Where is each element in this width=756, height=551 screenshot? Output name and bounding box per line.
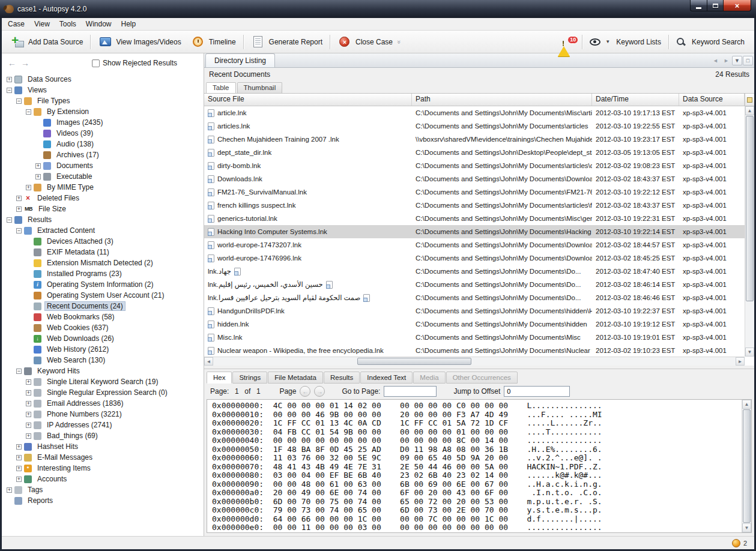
tree-item-operating-system-information-2[interactable]: Operating System Information (2)	[2, 279, 204, 290]
tree-item-tags[interactable]: +Tags	[2, 484, 204, 495]
tree-minus-expander-icon[interactable]: −	[7, 217, 12, 223]
table-row[interactable]: Hacking Into Computer Systems.lnkC:\Docu…	[204, 225, 745, 238]
tree-item-web-search-130[interactable]: Web Search (130)	[2, 355, 204, 366]
scroll-left-button[interactable]: ◄	[204, 357, 213, 366]
tree-plus-expander-icon[interactable]: +	[35, 163, 41, 169]
tree-item-web-downloads-26[interactable]: Web Downloads (26)	[2, 333, 204, 344]
minimize-panel-button[interactable]: ▼	[732, 56, 742, 65]
table-row[interactable]: world-europe-17473207.lnkC:\Documents an…	[204, 238, 745, 251]
tree-item-devices-attached-3[interactable]: Devices Attached (3)	[2, 236, 204, 247]
menu-case[interactable]: Case	[3, 19, 29, 29]
scroll-up-button[interactable]: ▲	[742, 400, 751, 409]
viewer-tab-strings[interactable]: Strings	[232, 372, 267, 384]
tree-minus-expander-icon[interactable]: −	[16, 228, 22, 233]
tree-item-executable[interactable]: +Executable	[2, 171, 204, 182]
table-row[interactable]: حسين الأسدي، الخميس، رئيس إقليم.lnkC:\Do…	[204, 278, 745, 291]
table-row[interactable]: world-europe-17476996.lnkC:\Documents an…	[204, 251, 745, 265]
view-tab-thumbnail[interactable]: Thumbnail	[237, 82, 283, 93]
table-row[interactable]: Chechen Mujahideen Training 2007 .lnk\\v…	[204, 133, 745, 146]
tree-item-hashset-hits[interactable]: +Hashset Hits	[2, 441, 204, 452]
tree-item-operating-system-user-account-21[interactable]: Operating System User Account (21)	[2, 290, 204, 301]
table-row[interactable]: dirty-bomb.lnkC:\Documents and Settings\…	[204, 159, 745, 172]
jump-to-offset-input[interactable]	[504, 386, 570, 397]
tree-plus-expander-icon[interactable]: +	[26, 423, 31, 428]
tree-back-button[interactable]: ←	[5, 57, 19, 69]
table-horizontal-scrollbar[interactable]: ◄ ►	[204, 357, 745, 366]
tab-directory-listing[interactable]: Directory Listing	[205, 53, 275, 67]
tree-plus-expander-icon[interactable]: +	[16, 455, 22, 460]
tree-item-single-literal-keyword-search-19[interactable]: +Single Literal Keyword Search (19)	[2, 376, 204, 387]
tree-item-file-size[interactable]: +File Size	[2, 203, 204, 214]
tree-item-audio-138[interactable]: Audio (138)	[2, 139, 204, 149]
tree-plus-expander-icon[interactable]: +	[16, 466, 22, 471]
menu-tools[interactable]: Tools	[55, 19, 81, 29]
tree-item-archives-17[interactable]: Archives (17)	[2, 149, 204, 160]
tree-minus-expander-icon[interactable]: −	[7, 88, 12, 93]
go-to-page-input[interactable]	[384, 386, 437, 397]
table-row[interactable]: article.lnkC:\Documents and Settings\Joh…	[204, 106, 745, 119]
tree-item-e-mail-messages[interactable]: +E-Mail Messages	[2, 452, 204, 463]
tree-plus-expander-icon[interactable]: +	[26, 390, 31, 396]
page-back-button[interactable]: ←	[300, 386, 310, 397]
scroll-down-button[interactable]: ▼	[742, 523, 751, 532]
ingest-progress-icon[interactable]	[732, 539, 740, 547]
close-button[interactable]: ×	[724, 0, 751, 11]
vertical-scroll-thumb[interactable]	[743, 409, 751, 523]
viewer-tab-file-metadata[interactable]: File Metadata	[268, 372, 323, 384]
tree-item-results[interactable]: −Results	[2, 214, 204, 225]
keyword-lists-button[interactable]: ▼ Keyword Lists	[585, 35, 666, 49]
tree-item-web-cookies-637[interactable]: Web Cookies (637)	[2, 322, 204, 333]
column-header-path[interactable]: Path	[412, 94, 592, 106]
viewer-tab-results[interactable]: Results	[324, 372, 360, 384]
tree-minus-expander-icon[interactable]: −	[16, 98, 22, 104]
hex-vertical-scrollbar[interactable]: ▲ ▼	[742, 400, 751, 532]
tree-item-deleted-files[interactable]: +Deleted Files	[2, 193, 204, 203]
view-tab-table[interactable]: Table	[206, 82, 236, 93]
tree-item-by-extension[interactable]: −By Extension	[2, 106, 204, 117]
table-row[interactable]: Misc.lnkC:\Documents and Settings\John\M…	[204, 331, 745, 344]
tree-item-images-2435[interactable]: Images (2435)	[2, 117, 204, 128]
table-row[interactable]: french killings suspect.lnkC:\Documents …	[204, 199, 745, 212]
close-case-button[interactable]: × Close Case »	[333, 32, 406, 52]
tree-item-recent-documents-24[interactable]: Recent Documents (24)	[2, 301, 204, 312]
tree-item-email-addresses-1836[interactable]: +Email Addresses (1836)	[2, 398, 204, 409]
tree-item-bad-things-69[interactable]: +Bad_things (69)	[2, 430, 204, 441]
show-rejected-results-option[interactable]: Show Rejected Results	[92, 59, 177, 67]
tree-plus-expander-icon[interactable]: +	[16, 196, 22, 201]
table-row[interactable]: Downloads.lnkC:\Documents and Settings\J…	[204, 172, 745, 185]
table-row[interactable]: جهاد.lnkC:\Documents and Settings\John\M…	[204, 265, 745, 278]
tree-minus-expander-icon[interactable]: −	[26, 109, 31, 115]
page-forward-button[interactable]: →	[314, 386, 325, 397]
menu-help[interactable]: Help	[116, 19, 141, 29]
tree-item-by-mime-type[interactable]: +By MIME Type	[2, 182, 204, 193]
tree-plus-expander-icon[interactable]: +	[26, 412, 31, 417]
viewer-tab-indexed-text[interactable]: Indexed Text	[360, 372, 413, 384]
tree-item-phone-numbers-3221[interactable]: +Phone Numbers (3221)	[2, 409, 204, 420]
tree-plus-expander-icon[interactable]: +	[26, 433, 31, 439]
tree-plus-expander-icon[interactable]: +	[26, 379, 31, 385]
table-row[interactable]: hidden.lnkC:\Documents and Settings\John…	[204, 318, 745, 331]
column-header-source-file[interactable]: Source File	[204, 94, 412, 106]
tree-forward-button[interactable]: →	[19, 57, 32, 69]
menu-view[interactable]: View	[29, 19, 55, 29]
scroll-down-button[interactable]: ▼	[745, 348, 754, 357]
minimize-button[interactable]	[690, 0, 707, 11]
tree-item-documents[interactable]: +Documents	[2, 160, 204, 171]
column-header-date-time[interactable]: Date/Time	[592, 94, 679, 106]
tree-item-web-history-2612[interactable]: Web History (2612)	[2, 344, 204, 355]
timeline-button[interactable]: Timeline	[186, 32, 241, 52]
tree-plus-expander-icon[interactable]: +	[16, 206, 22, 212]
tree-item-installed-programs-23[interactable]: Installed Programs (23)	[2, 268, 204, 279]
history-forward-button[interactable]: ►	[721, 56, 731, 65]
table-row[interactable]: articles.lnkC:\Documents and Settings\Jo…	[204, 119, 745, 133]
tree-plus-expander-icon[interactable]: +	[26, 185, 31, 190]
tree-plus-expander-icon[interactable]: +	[7, 77, 12, 82]
add-data-source-button[interactable]: + Add Data Source	[7, 33, 88, 51]
tree-item-single-regular-expression-search-0[interactable]: +Single Regular Expression Search (0)	[2, 387, 204, 398]
tree-plus-expander-icon[interactable]: +	[7, 487, 12, 493]
table-row[interactable]: HandgunDrillsPDF.lnkC:\Documents and Set…	[204, 304, 745, 318]
tree-item-web-bookmarks-58[interactable]: Web Bookmarks (58)	[2, 312, 204, 322]
toolbar-overflow-icon[interactable]: »	[396, 40, 403, 43]
table-row[interactable]: generics-tutorial.lnkC:\Documents and Se…	[204, 212, 745, 225]
tree-item-exif-metadata-11[interactable]: EXIF Metadata (11)	[2, 247, 204, 257]
